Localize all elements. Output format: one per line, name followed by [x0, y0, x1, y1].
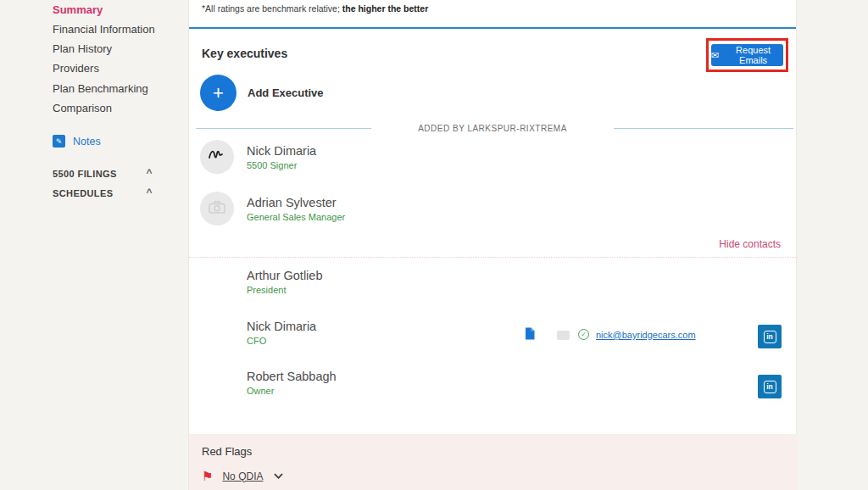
- contact-title: 5500 Signer: [247, 160, 297, 170]
- linkedin-icon: in: [764, 381, 776, 393]
- request-emails-button[interactable]: ✉ Request Emails: [711, 44, 783, 66]
- envelope-icon: ✉: [711, 50, 719, 61]
- contact-name: Nick Dimaria: [247, 320, 316, 333]
- contact-title: CFO: [247, 336, 266, 346]
- email-disabled-icon[interactable]: [557, 331, 570, 340]
- red-flags-section: Red Flags ⚑ No QDIA: [189, 434, 798, 490]
- sidebar-item-notes[interactable]: ✎ Notes: [53, 135, 101, 148]
- ratings-note-bold: the higher the better: [342, 3, 429, 14]
- add-executive-button[interactable]: + Add Executive: [200, 75, 324, 111]
- plus-icon: +: [200, 75, 236, 111]
- app-window: Summary Financial Information Plan Histo…: [0, 0, 868, 490]
- contact-name: Robert Sabbagh: [247, 370, 337, 383]
- red-flag-row: ⚑ No QDIA: [202, 470, 283, 482]
- section-label: 5500 FILINGS: [53, 169, 117, 179]
- no-qdia-link[interactable]: No QDIA: [222, 471, 263, 482]
- contact-title: President: [247, 285, 286, 295]
- pencil-icon: ✎: [53, 135, 65, 148]
- sidebar-section-schedules[interactable]: SCHEDULES ^: [53, 188, 163, 198]
- contact-name: Arthur Gotlieb: [247, 269, 322, 282]
- red-flag-icon: ⚑: [202, 470, 213, 482]
- verified-check-icon: ✓: [578, 329, 589, 340]
- contact-name: Nick Dimaria: [247, 144, 316, 158]
- chevron-down-icon: [274, 473, 283, 479]
- main-panel: *All ratings are benchmark relative; the…: [188, 0, 797, 490]
- sidebar: Summary Financial Information Plan Histo…: [0, 0, 188, 490]
- sidebar-item-providers[interactable]: Providers: [53, 62, 99, 75]
- camera-icon: [209, 200, 225, 217]
- contact-title: General Sales Manager: [247, 212, 345, 222]
- sidebar-item-summary[interactable]: Summary: [53, 3, 103, 16]
- avatar: [200, 192, 234, 226]
- avatar: [200, 140, 234, 174]
- signature-icon: [208, 148, 226, 165]
- linkedin-button[interactable]: in: [758, 325, 782, 348]
- add-executive-label: Add Executive: [248, 86, 324, 99]
- ratings-note-strip: *All ratings are benchmark relative; the…: [189, 0, 796, 29]
- notes-label: Notes: [73, 136, 101, 148]
- sidebar-item-plan-history[interactable]: Plan History: [53, 42, 112, 55]
- request-emails-label: Request Emails: [723, 45, 783, 65]
- collapse-caret-icon: ^: [147, 167, 153, 179]
- sidebar-item-plan-benchmarking[interactable]: Plan Benchmarking: [53, 82, 148, 95]
- section-separator: [189, 257, 798, 258]
- contact-email-link[interactable]: nick@bayridgecars.com: [596, 330, 696, 340]
- hide-contacts-link[interactable]: Hide contacts: [719, 238, 781, 250]
- ratings-note-prefix: *All ratings are benchmark relative;: [202, 3, 342, 14]
- linkedin-icon: in: [764, 331, 776, 343]
- contact-name: Adrian Sylvester: [247, 196, 337, 209]
- document-icon[interactable]: [525, 327, 535, 343]
- linkedin-button[interactable]: in: [758, 375, 782, 398]
- sidebar-section-5500-filings[interactable]: 5500 FILINGS ^: [53, 169, 163, 179]
- red-flags-title: Red Flags: [202, 445, 252, 458]
- ratings-note: *All ratings are benchmark relative; the…: [202, 3, 428, 14]
- key-executives-title: Key executives: [202, 47, 287, 60]
- sidebar-item-financial-information[interactable]: Financial Information: [53, 23, 155, 36]
- divider-line-right: [614, 128, 793, 129]
- collapse-caret-icon: ^: [147, 187, 153, 198]
- sidebar-item-comparison[interactable]: Comparison: [53, 102, 112, 114]
- contact-title: Owner: [247, 386, 274, 396]
- section-label: SCHEDULES: [53, 188, 113, 198]
